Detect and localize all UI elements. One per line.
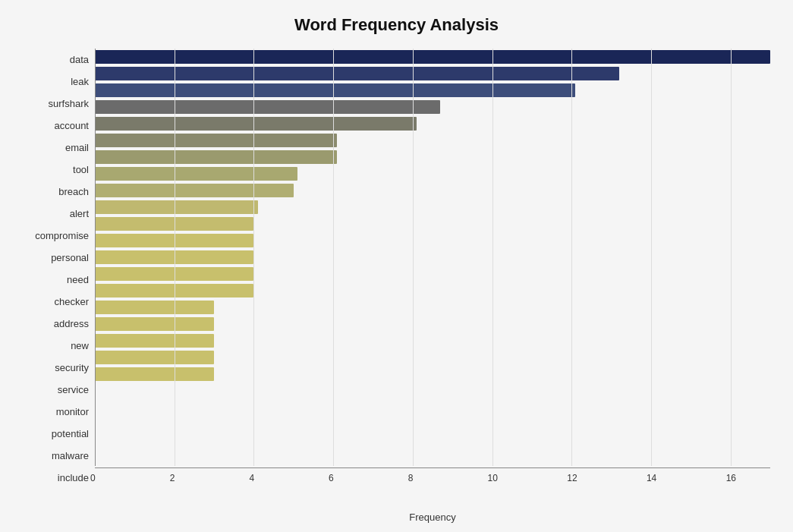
bar-row	[95, 249, 770, 266]
y-label: security	[55, 363, 89, 373]
bar	[95, 284, 253, 297]
x-tick-label: 16	[726, 473, 736, 483]
y-label: service	[58, 385, 89, 395]
bar	[95, 167, 297, 181]
bar	[95, 150, 337, 164]
bar-row	[95, 349, 770, 366]
bar-row	[95, 332, 770, 349]
x-axis: 0246810121416	[95, 467, 770, 489]
bar-row	[95, 232, 770, 249]
bar-row	[95, 49, 770, 65]
bar-row	[95, 366, 770, 382]
y-label: alert	[70, 209, 89, 219]
y-label: email	[65, 143, 89, 153]
y-label: tool	[73, 165, 89, 175]
bar	[95, 267, 253, 281]
x-tick-label: 10	[488, 473, 498, 483]
x-tick-label: 2	[170, 473, 175, 483]
y-label: need	[67, 275, 89, 285]
bar-row	[95, 316, 770, 332]
y-label: checker	[54, 297, 89, 307]
x-tick-label: 0	[90, 473, 96, 483]
y-label: data	[70, 55, 89, 65]
x-tick-label: 12	[567, 473, 577, 483]
bar	[95, 351, 214, 364]
chart-container: Word Frequency Analysis dataleaksurfshar…	[0, 0, 793, 532]
bar	[95, 83, 575, 97]
bar	[95, 234, 253, 247]
bar	[95, 317, 214, 331]
x-axis-label: Frequency	[409, 512, 455, 523]
bar	[95, 117, 417, 131]
bar	[95, 200, 258, 214]
bar-row	[95, 282, 770, 299]
bar-row	[95, 299, 770, 316]
bar	[95, 50, 770, 64]
y-label: new	[71, 341, 89, 351]
chart-wrapper: Frequency 0246810121416	[95, 49, 770, 489]
y-label: personal	[51, 253, 89, 263]
y-label: account	[54, 121, 89, 131]
y-label: breach	[58, 187, 89, 197]
bar	[95, 250, 253, 264]
bar	[95, 100, 440, 114]
bar	[95, 184, 294, 197]
bar-row	[95, 65, 770, 82]
bar	[95, 134, 337, 147]
bar-row	[95, 182, 770, 199]
bar	[95, 367, 214, 381]
bar	[95, 301, 214, 314]
y-label: malware	[52, 451, 89, 461]
y-label: address	[54, 319, 89, 329]
y-label: leak	[71, 77, 89, 87]
bars-container	[95, 49, 770, 405]
y-label: potential	[52, 429, 89, 439]
bar-row	[95, 165, 770, 182]
x-tick-label: 4	[249, 473, 254, 483]
chart-title: Word Frequency Analysis	[23, 15, 770, 35]
y-axis-labels: dataleaksurfsharkaccountemailtoolbreacha…	[23, 49, 95, 489]
bar	[95, 334, 214, 348]
x-tick-label: 14	[647, 473, 656, 483]
chart-area: dataleaksurfsharkaccountemailtoolbreacha…	[23, 49, 770, 489]
bar-row	[95, 216, 770, 232]
x-tick-label: 6	[329, 473, 334, 483]
x-tick-label: 8	[408, 473, 414, 483]
y-label: include	[58, 473, 89, 483]
bar-row	[95, 199, 770, 216]
bar-row	[95, 82, 770, 99]
bar-row	[95, 99, 770, 115]
bar-row	[95, 149, 770, 165]
bar-row	[95, 266, 770, 282]
bar-row	[95, 115, 770, 132]
y-label: surfshark	[49, 99, 89, 109]
bar	[95, 217, 253, 231]
bar-row	[95, 132, 770, 149]
bar	[95, 67, 619, 80]
y-label: monitor	[56, 407, 89, 417]
y-label: compromise	[35, 231, 89, 241]
